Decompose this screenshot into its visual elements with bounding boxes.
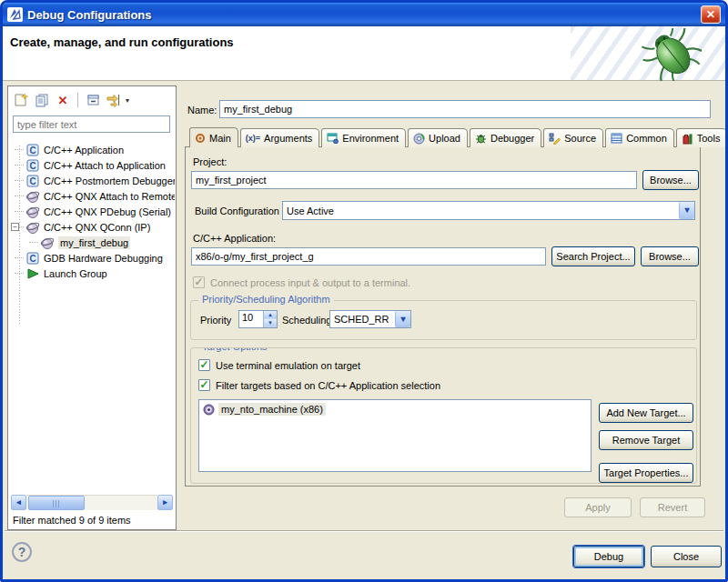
tab-bar: Main (x)= Arguments Environment Upload D… (189, 127, 728, 147)
configurations-sidebar: ✕ ▾ (7, 85, 177, 530)
toolbar-separator (77, 93, 78, 107)
source-tab-icon (549, 133, 561, 145)
c-app-icon: C (25, 251, 40, 266)
svg-text:C: C (29, 146, 35, 156)
tab-source[interactable]: Source (543, 128, 603, 147)
target-options-title: Target Options (198, 347, 271, 352)
debugger-tab-icon (475, 133, 487, 145)
scroll-left-icon[interactable]: ◂ (11, 495, 26, 510)
page-title: Create, manage, and run configurations (10, 35, 234, 49)
tree-item-cpp-attach[interactable]: C C/C++ Attach to Application (8, 157, 175, 173)
name-input[interactable] (219, 100, 711, 118)
tab-debugger[interactable]: Debugger (470, 128, 541, 147)
tab-environment[interactable]: Environment (321, 128, 406, 147)
checkbox-check-icon: ✓ (193, 276, 205, 288)
qnx-orb-icon (25, 220, 40, 235)
main-tab-icon (195, 133, 206, 144)
tree-item-cpp-application[interactable]: C C/C++ Application (8, 142, 175, 157)
debug-button[interactable]: Debug (573, 546, 644, 567)
target-options-group: Target Options ✓ Use terminal emulation … (190, 347, 697, 484)
configuration-tree: C C/C++ Application C C/C++ Attach to Ap… (8, 138, 175, 347)
spinner-down-icon[interactable]: ▼ (264, 319, 277, 327)
filter-status-text: Filter matched 9 of 9 items (13, 515, 131, 526)
remove-target-button[interactable]: Remove Target (599, 430, 693, 450)
revert-button[interactable]: Revert (640, 497, 705, 517)
priority-spinner[interactable]: 10 ▲ ▼ (238, 310, 278, 328)
tree-item-qnx-qconn[interactable]: C/C++ QNX QConn (IP) (8, 219, 175, 235)
chevron-down-icon[interactable]: ▾ (679, 202, 694, 219)
build-configuration-select[interactable]: Use Active ▾ (282, 201, 695, 220)
sidebar-toolbar: ✕ ▾ (12, 89, 129, 111)
cpp-application-input[interactable] (191, 247, 546, 266)
qnx-orb-icon (40, 236, 55, 250)
svg-text:C: C (29, 254, 35, 264)
chevron-down-icon[interactable]: ▾ (395, 311, 410, 327)
terminal-emulation-checkbox[interactable]: ✓ Use terminal emulation on target (198, 359, 360, 371)
target-properties-button[interactable]: Target Properties... (599, 463, 693, 483)
help-button[interactable]: ? (12, 542, 32, 562)
c-app-icon: C (25, 158, 40, 173)
qnx-orb-icon (25, 205, 40, 219)
header-banner: Create, manage, and run configurations (3, 26, 725, 81)
title-bar[interactable]: Debug Configurations ✕ (3, 3, 725, 26)
project-input[interactable] (191, 171, 637, 189)
toolbar-menu-chevron-icon[interactable]: ▾ (126, 96, 129, 105)
search-project-button[interactable]: Search Project... (551, 246, 635, 266)
tab-arguments[interactable]: (x)= Arguments (240, 128, 319, 147)
project-browse-button[interactable]: Browse... (642, 170, 699, 190)
tab-common[interactable]: Common (605, 128, 674, 147)
environment-tab-icon (327, 133, 339, 144)
c-app-icon: C (25, 174, 40, 188)
tab-upload[interactable]: Upload (408, 128, 468, 147)
c-app-icon: C (25, 143, 40, 157)
qnx-orb-icon (25, 189, 40, 204)
build-configuration-label: Build Configuration (195, 206, 279, 216)
target-list-item[interactable]: my_nto_machine (x86) (199, 400, 591, 418)
window-title: Debug Configurations (27, 8, 152, 22)
filter-targets-checkbox[interactable]: ✓ Filter targets based on C/C++ Applicat… (198, 379, 440, 391)
arguments-tab-icon: (x)= (246, 134, 260, 143)
target-icon (203, 404, 215, 416)
tools-tab-icon (682, 133, 693, 145)
scheduling-select[interactable]: SCHED_RR ▾ (329, 310, 411, 328)
apply-button[interactable]: Apply (564, 497, 632, 517)
footer-separator (5, 530, 723, 532)
checkbox-check-icon: ✓ (198, 359, 210, 371)
scrollbar-track[interactable] (26, 495, 157, 510)
type-filter-input[interactable] (13, 115, 170, 133)
tree-item-gdb-hardware[interactable]: C GDB Hardware Debugging (8, 250, 175, 266)
tree-item-qnx-attach-remote[interactable]: C/C++ QNX Attach to Remote Process (8, 188, 175, 204)
tab-main[interactable]: Main (189, 127, 238, 147)
filter-launch-configurations-icon[interactable] (105, 91, 123, 109)
sidebar-horizontal-scrollbar[interactable]: ◂ ▸ (11, 495, 173, 510)
add-new-target-button[interactable]: Add New Target... (599, 403, 693, 423)
bug-image (642, 28, 702, 81)
name-label: Name: (187, 105, 217, 115)
scrollbar-thumb[interactable] (28, 496, 85, 510)
new-configuration-icon[interactable] (12, 91, 30, 109)
target-list[interactable]: my_nto_machine (x86) (198, 399, 592, 472)
close-button[interactable]: Close (651, 546, 722, 567)
application-browse-button[interactable]: Browse... (641, 246, 699, 266)
project-label: Project: (193, 156, 227, 167)
common-tab-icon (611, 133, 622, 144)
checkbox-check-icon: ✓ (198, 379, 210, 391)
close-icon[interactable]: ✕ (701, 5, 721, 24)
scroll-right-icon[interactable]: ▸ (157, 495, 173, 510)
svg-text:C: C (29, 161, 35, 171)
tree-item-cpp-postmortem[interactable]: C C/C++ Postmortem Debugger (8, 173, 175, 188)
tree-item-qnx-pdebug[interactable]: C/C++ QNX PDebug (Serial) (8, 204, 175, 219)
duplicate-configuration-icon[interactable] (33, 91, 51, 109)
cpp-application-label: C/C++ Application: (193, 233, 276, 244)
priority-group-title: Priority/Scheduling Algorithm (198, 294, 334, 305)
tree-item-my-first-debug[interactable]: my_first_debug (8, 235, 175, 250)
tree-collapse-toggle[interactable]: − (11, 223, 19, 231)
spinner-up-icon[interactable]: ▲ (264, 311, 277, 319)
delete-configuration-icon[interactable]: ✕ (54, 91, 72, 109)
debug-configurations-dialog: Debug Configurations ✕ (0, 0, 728, 582)
connect-terminal-checkbox[interactable]: ✓ Connect process input & output to a te… (193, 276, 410, 288)
collapse-all-icon[interactable] (84, 91, 102, 109)
main-tab-panel: Project: Browse... Build Configuration U… (185, 146, 701, 487)
tree-item-launch-group[interactable]: Launch Group (8, 266, 175, 281)
tab-tools[interactable]: Tools (676, 128, 728, 147)
